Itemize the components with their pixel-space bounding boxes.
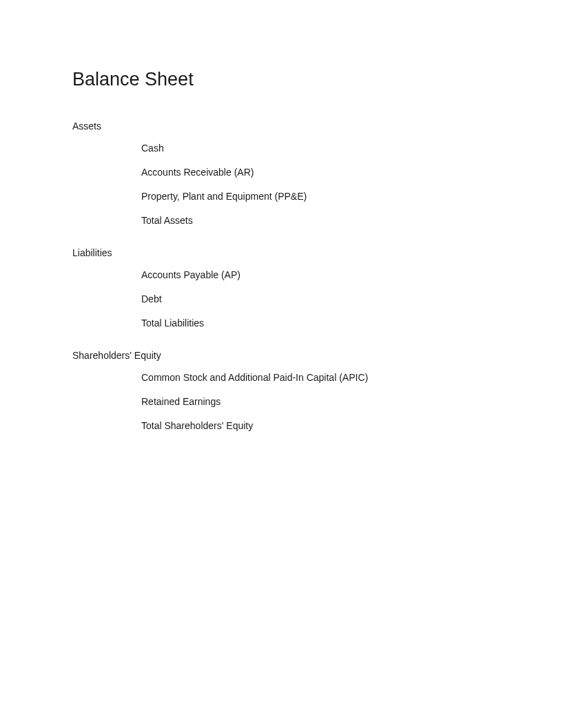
line-item: Total Assets: [141, 214, 563, 228]
line-item: Retained Earnings: [141, 395, 563, 409]
line-item: Accounts Receivable (AR): [141, 165, 563, 180]
equity-section: Shareholders' Equity Common Stock and Ad…: [72, 350, 563, 433]
line-item: Accounts Payable (AP): [141, 268, 563, 282]
assets-section: Assets Cash Accounts Receivable (AR) Pro…: [72, 121, 563, 228]
equity-header: Shareholders' Equity: [72, 350, 563, 361]
liabilities-header: Liabilities: [72, 247, 563, 258]
line-item: Cash: [141, 141, 563, 156]
line-item: Debt: [141, 292, 563, 306]
line-item: Common Stock and Additional Paid-In Capi…: [141, 371, 563, 385]
line-item: Property, Plant and Equipment (PP&E): [141, 189, 563, 204]
liabilities-section: Liabilities Accounts Payable (AP) Debt T…: [72, 247, 563, 331]
line-item: Total Shareholders' Equity: [141, 419, 563, 433]
assets-header: Assets: [72, 121, 563, 132]
line-item: Total Liabilities: [141, 316, 563, 331]
document-title: Balance Sheet: [72, 69, 563, 90]
